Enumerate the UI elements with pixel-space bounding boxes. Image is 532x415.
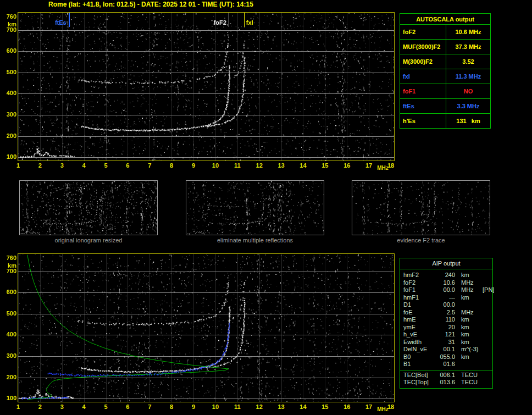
autoscala-rows: foF210.6 MHzMUF(3000)F237.3 MHzM(3000)F2… <box>400 25 490 128</box>
autoscala-panel-title: AUTOSCALA output <box>400 14 490 25</box>
aip-row-unit: km <box>455 339 480 346</box>
aip-row-extra <box>480 379 492 386</box>
x-tick-label: 11 <box>233 403 242 410</box>
x-tick-label: 4 <box>80 403 88 410</box>
marker-label-fxI: fxI <box>246 19 253 26</box>
aip-row-label: B1 <box>400 361 434 368</box>
autoscala-row-value: 3.3 MHz <box>446 99 490 113</box>
thumbnail-caption: original ionogram resized <box>19 237 158 244</box>
y-tick-label: 100 <box>2 395 16 401</box>
aip-row-extra <box>480 301 492 309</box>
autoscala-row-value: 11.3 MHz <box>446 69 490 84</box>
aip-row-unit: m^(-3) <box>455 346 480 353</box>
aip-row-value: 055.0 <box>434 353 455 361</box>
x-tick-label: 10 <box>211 162 220 169</box>
aip-row-extra <box>480 339 492 346</box>
y-tick-label: 600 <box>2 47 16 54</box>
aip-row: h_vE121km <box>400 331 492 339</box>
aip-rows: hmF2240kmfoF210.6MHzfoF100.0MHz[PN]hmF1-… <box>400 269 492 370</box>
aip-row-extra <box>480 272 492 279</box>
x-axis-unit: MHz <box>377 165 389 171</box>
thumbnail-strip: original ionogram resizedeliminate multi… <box>0 180 532 246</box>
ionogram-plot-top: 100200300400500600700760km12345678910111… <box>1 12 419 177</box>
y-tick-label: 300 <box>2 352 16 359</box>
aip-row-value: 00.1 <box>434 346 455 353</box>
aip-row: TEC[Bot]006.1TECU <box>400 372 492 379</box>
aip-row-value: 01.6 <box>434 361 455 368</box>
aip-row-extra <box>480 372 492 379</box>
autoscala-row: h'Es131 km <box>400 114 490 128</box>
aip-row-extra <box>480 331 492 339</box>
autoscala-row-label: M(3000)F2 <box>400 54 446 69</box>
autoscala-row-label: h'Es <box>400 114 446 128</box>
x-tick-label: 13 <box>277 403 286 410</box>
aip-row: B0055.0km <box>400 353 492 361</box>
thumbnail-caption: evidence F2 trace <box>352 237 490 244</box>
x-tick-label: 14 <box>298 403 307 410</box>
aip-row-unit: km <box>455 294 480 302</box>
aip-row-unit: TECU <box>455 379 480 386</box>
aip-row: DelN_vE00.1m^(-3) <box>400 346 492 353</box>
x-tick-label: 7 <box>145 162 154 169</box>
aip-row-value: 013.6 <box>434 379 455 386</box>
x-tick-label: 17 <box>364 162 373 169</box>
y-tick-label: 300 <box>2 111 16 118</box>
ionogram-canvas-bottom <box>18 253 395 402</box>
x-tick-label: 5 <box>102 403 110 410</box>
x-tick-label: 3 <box>58 403 66 410</box>
aip-row-value: 00.0 <box>434 286 455 294</box>
aip-row-extra <box>480 294 492 302</box>
autoscala-row-label: fxI <box>400 69 446 84</box>
x-tick-label: 8 <box>167 403 176 410</box>
thumbnail-panel: eliminate multiple reflections <box>186 180 324 244</box>
aip-row-label: ymE <box>400 324 434 331</box>
x-tick-label: 6 <box>123 162 132 169</box>
x-tick-label: 7 <box>145 403 154 410</box>
autoscala-panel: AUTOSCALA output foF210.6 MHzMUF(3000)F2… <box>400 13 491 129</box>
aip-tec-rows: TEC[Bot]006.1TECUTEC[Top]013.6TECU <box>400 370 492 388</box>
aip-row: hmF1---km <box>400 294 492 302</box>
aip-row-extra <box>480 346 492 353</box>
aip-row-unit: TECU <box>455 372 480 379</box>
y-axis-unit: km <box>2 21 16 27</box>
x-tick-label: 15 <box>320 403 329 410</box>
autoscala-row-value: 3.52 <box>446 54 490 69</box>
x-tick-label: 2 <box>36 403 45 410</box>
y-tick-label: 100 <box>2 153 16 160</box>
aip-row-unit: MHz <box>455 279 480 287</box>
aip-row-extra <box>480 309 492 317</box>
aip-row-label: hmF1 <box>400 294 434 302</box>
autoscala-row: ftEs3.3 MHz <box>400 99 490 114</box>
aip-row: foE2.5MHz <box>400 309 492 317</box>
aip-row: hmF2240km <box>400 272 492 279</box>
aip-row-unit: km <box>455 353 480 361</box>
aip-row: foF210.6MHz <box>400 279 492 287</box>
autoscala-row: M(3000)F23.52 <box>400 54 490 69</box>
y-tick-label: 500 <box>2 69 16 75</box>
y-tick-label: 760 <box>2 13 16 20</box>
aip-panel-title: AIP output <box>400 258 492 269</box>
aip-row: ymE20km <box>400 324 492 331</box>
aip-row-unit: MHz <box>455 309 480 317</box>
aip-row-label: foE <box>400 309 434 317</box>
autoscala-row: fxI11.3 MHz <box>400 69 490 84</box>
page-title: Rome (lat: +41.8, lon: 012.5) - DATE: 20… <box>48 1 253 8</box>
autoscala-row-label: foF1 <box>400 84 446 98</box>
aip-row: B101.6 <box>400 361 492 368</box>
x-tick-label: 8 <box>167 162 176 169</box>
aip-row-unit: km <box>455 324 480 331</box>
x-tick-label: 1 <box>14 162 23 169</box>
aip-row-value: 110 <box>434 316 455 324</box>
aip-row-extra <box>480 316 492 324</box>
aip-row-label: hmF2 <box>400 272 434 279</box>
aip-row-label: D1 <box>400 301 434 309</box>
x-tick-label: 3 <box>58 162 66 169</box>
aip-row-unit <box>455 361 480 368</box>
y-tick-label: 600 <box>2 289 16 295</box>
thumbnail-canvas <box>186 180 324 235</box>
x-tick-label: 6 <box>123 403 132 410</box>
aip-row-value: 20 <box>434 324 455 331</box>
thumbnail-canvas <box>352 180 490 235</box>
aip-row-value: 31 <box>434 339 455 346</box>
x-axis-unit: MHz <box>377 406 389 413</box>
